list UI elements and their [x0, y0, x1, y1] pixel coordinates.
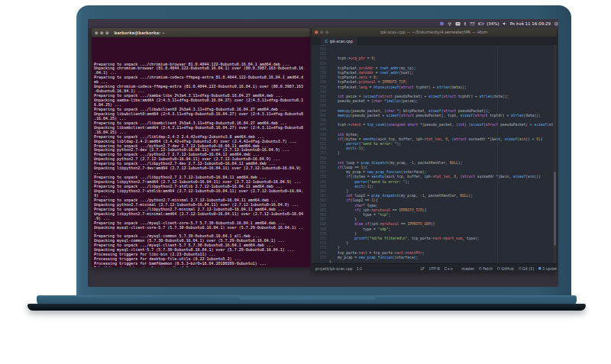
laptop-lid-notch	[238, 295, 377, 300]
battery-percentage: (34%)	[487, 21, 499, 27]
wifi-icon[interactable]	[448, 21, 453, 26]
code-line: memcpy(pseudo_packet + sizeof(struct pse…	[329, 113, 557, 118]
terminal-line: Preparing to unpack .../chromium-codecs-…	[94, 76, 310, 80]
terminal-line: Unpacking libpython2.7-dev:amd64 (2.7.12…	[94, 166, 310, 171]
terminal-line: Unpacking libpython2.7-minimal:amd64 (2.…	[94, 211, 310, 216]
wrap-guide	[497, 45, 498, 263]
terminal-line: Unpacking mysql-client-core-5.7 (5.7.30-…	[94, 225, 310, 230]
c-file-icon: C	[325, 39, 328, 43]
git-icon	[519, 267, 522, 270]
code-editor[interactable]: 3303313323333343353363373383393403413423…	[312, 45, 557, 263]
terminal-title: barborka@barborka: ~	[115, 31, 166, 35]
github-icon	[497, 267, 500, 270]
terminal-line: Unpacking libpython2.7-stdlib:amd64 (2.7…	[94, 188, 310, 193]
minimize-button[interactable]	[100, 31, 104, 35]
terminal-line: Unpacking libpython2.7:amd64 (2.7.12-1ub…	[94, 179, 310, 184]
editor-code-lines: tcph->urg_ptr = 0; tcpPacket.srcAddr = i…	[329, 45, 557, 263]
clock[interactable]: Po kvě 11 16:09:29	[510, 21, 551, 27]
atom-titlebar[interactable]: ipk-scan.cpp — ~/Dokumenty/4.semester/IP…	[312, 27, 557, 37]
editor-gutter: 3303313323333343353363373383393403413423…	[312, 45, 329, 263]
line-number: 375	[312, 255, 326, 259]
terminal-line: Unpacking samba-libs:amd64 (2:4.3.11+dfs…	[94, 98, 310, 102]
cursor-position[interactable]: 1:1	[357, 266, 363, 271]
status-bar: projekt/ipk-scan.cpp 1:1 LF UTF-8 C++	[312, 263, 557, 272]
laptop-base-front-edge	[27, 304, 586, 311]
maximize-button[interactable]	[105, 31, 109, 35]
activity-icon[interactable]	[440, 22, 444, 26]
volume-icon[interactable]	[503, 22, 506, 26]
status-segment[interactable]: Fetch	[479, 266, 493, 271]
status-segment[interactable]: master	[457, 266, 474, 271]
close-button[interactable]	[315, 31, 318, 34]
terminal-line: Unpacking chromium-browser (81.0.4044.12…	[94, 66, 310, 71]
bluetooth-icon[interactable]	[464, 21, 467, 26]
terminal-line: Unpacking libsmbclient:amd64 (2:4.3.11+d…	[94, 125, 310, 130]
tab-bar: C ipk-scan.cpp	[312, 37, 557, 45]
file-path[interactable]: projekt/ipk-scan.cpp	[315, 266, 353, 271]
terminal-output[interactable]: Preparing to unpack .../chromium-browser…	[92, 37, 310, 267]
session-gear-icon[interactable]	[554, 21, 559, 26]
status-segment[interactable]: UTF-8	[429, 266, 440, 271]
terminal-line: Preparing to unpack .../mysql-client-cor…	[94, 221, 310, 225]
update-icon	[538, 267, 541, 270]
close-button[interactable]	[95, 31, 99, 35]
scrollbar-thumb[interactable]	[554, 172, 556, 246]
branch-icon	[457, 267, 461, 270]
mail-icon[interactable]	[470, 22, 475, 26]
atom-window-buttons	[315, 31, 329, 34]
tab-ipk-scan[interactable]: C ipk-scan.cpp	[320, 37, 357, 45]
minimize-button[interactable]	[320, 31, 324, 34]
terminal-window-buttons	[95, 31, 109, 35]
status-segment[interactable]: LF	[420, 266, 424, 271]
status-segment[interactable]: Git (3)	[519, 266, 534, 271]
terminal-line: Unpacking libldap-2.4-2:amd64 (2.4.42+df…	[94, 139, 310, 143]
code-line: tcph->check = tcp_csum((unsigned short *…	[329, 122, 557, 127]
atom-title: ipk-scan.cpp — ~/Dokumenty/4.semester/IP…	[329, 30, 558, 34]
status-segment[interactable]: C++	[445, 266, 453, 271]
laptop-screen: (34%) Po kvě 11 16:09:29	[88, 19, 558, 287]
keyboard-layout-icon[interactable]	[456, 22, 461, 26]
terminal-window: barborka@barborka: ~ Preparing to unpack…	[92, 28, 310, 267]
terminal-titlebar[interactable]: barborka@barborka: ~	[92, 28, 310, 37]
tab-label: ipk-scan.cpp	[330, 39, 353, 43]
status-segment[interactable]: 3 updates	[538, 266, 557, 271]
sync-icon	[479, 267, 482, 270]
editor-scrollbar[interactable]	[554, 45, 556, 263]
terminal-line: Unpacking libwbclient0:amd64 (2:4.3.11+d…	[94, 111, 310, 116]
atom-window: ipk-scan.cpp — ~/Dokumenty/4.semester/IP…	[312, 27, 557, 272]
battery-icon[interactable]	[478, 22, 483, 25]
status-segment[interactable]: GitHub	[497, 266, 514, 271]
terminal-line: Preparing to unpack .../samba-libs_2%3a4…	[94, 93, 310, 98]
terminal-line: Rebuilding /usr/share/applications/bamf-…	[94, 266, 310, 267]
